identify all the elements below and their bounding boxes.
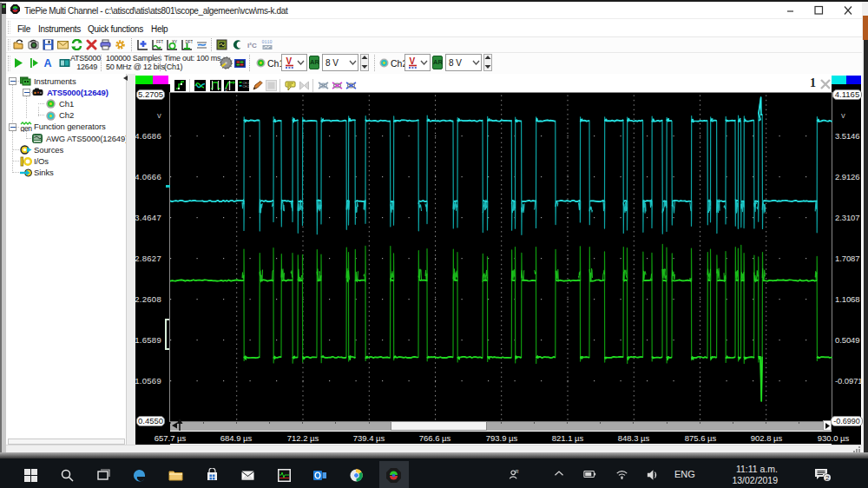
svg-text:0110: 0110 bbox=[262, 40, 273, 45]
svg-text:gen: gen bbox=[21, 124, 33, 133]
svg-text:CH.2: CH.2 bbox=[243, 85, 250, 89]
svg-text:V: V bbox=[410, 56, 416, 66]
svg-text:2: 2 bbox=[825, 474, 830, 482]
svg-text:DFT: DFT bbox=[186, 40, 194, 44]
svg-text:A: A bbox=[44, 57, 52, 69]
svg-text:FFT: FFT bbox=[156, 40, 163, 44]
svg-text:I²C: I²C bbox=[247, 42, 257, 49]
svg-text:0: 0 bbox=[225, 87, 227, 92]
svg-text:R: R bbox=[516, 469, 519, 474]
svg-text:V: V bbox=[286, 56, 293, 66]
